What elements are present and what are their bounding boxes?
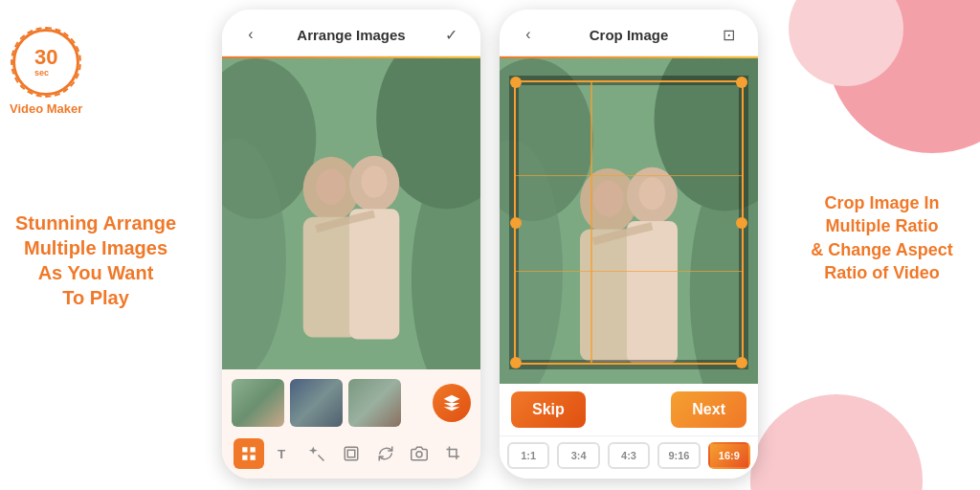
thumbnails-row bbox=[232, 379, 471, 427]
phone-arrange: ‹ Arrange Images ✓ bbox=[222, 10, 480, 479]
ratio-16-9[interactable]: 16:9 bbox=[708, 442, 750, 469]
right-line3: & Change Aspect bbox=[811, 240, 952, 259]
ratio-9-16[interactable]: 9:16 bbox=[657, 442, 700, 469]
phone1-bottom-panel: T bbox=[222, 369, 480, 479]
right-line2: Multiple Ratio bbox=[826, 216, 939, 235]
svg-point-9 bbox=[316, 168, 345, 205]
ratio-3-4[interactable]: 3:4 bbox=[557, 442, 599, 469]
layers-button[interactable] bbox=[433, 384, 471, 422]
crop-handle-middle-right[interactable] bbox=[736, 217, 747, 229]
frame-tool[interactable] bbox=[336, 438, 367, 469]
svg-rect-14 bbox=[250, 456, 255, 460]
logo-circle: 30 sec bbox=[12, 29, 79, 96]
phone1-back-button[interactable]: ‹ bbox=[237, 21, 264, 48]
crop-handle-bottom-right[interactable] bbox=[736, 357, 747, 368]
thumbnail-2[interactable] bbox=[290, 379, 343, 427]
svg-point-19 bbox=[416, 452, 422, 457]
crop-photo bbox=[500, 58, 758, 384]
logo-unit: sec bbox=[34, 68, 57, 78]
phone2-actions: Skip Next bbox=[500, 384, 758, 435]
phone1-check-button[interactable]: ✓ bbox=[438, 21, 465, 48]
text-icon: T bbox=[275, 445, 292, 462]
thumbnail-3[interactable] bbox=[348, 379, 401, 427]
camera-icon bbox=[411, 445, 428, 462]
couple-svg bbox=[222, 58, 480, 369]
rotate-icon bbox=[377, 445, 394, 462]
magic-icon bbox=[308, 445, 325, 462]
svg-rect-12 bbox=[250, 447, 255, 452]
svg-text:T: T bbox=[278, 447, 286, 461]
crop-handle-bottom-left[interactable] bbox=[510, 357, 522, 368]
svg-rect-8 bbox=[349, 209, 399, 339]
left-tagline: Stunning Arrange Multiple Images As You … bbox=[10, 211, 182, 310]
phone1-main-image bbox=[222, 58, 480, 369]
right-tagline: Crop Image In Multiple Ratio & Change As… bbox=[793, 191, 970, 284]
crop-handle-top-right[interactable] bbox=[736, 77, 747, 88]
crop-handle-middle-left[interactable] bbox=[510, 217, 522, 229]
phone1-title: Arrange Images bbox=[297, 27, 405, 43]
svg-rect-17 bbox=[345, 447, 358, 460]
skip-button[interactable]: Skip bbox=[511, 391, 586, 428]
crop-icon bbox=[445, 445, 462, 462]
phone1-header: ‹ Arrange Images ✓ bbox=[222, 10, 480, 56]
crop-tool[interactable] bbox=[438, 438, 469, 469]
logo-number: 30 bbox=[34, 47, 57, 68]
couple-photo bbox=[222, 58, 480, 369]
phone2-title: Crop Image bbox=[590, 27, 669, 43]
phone2-back-button[interactable]: ‹ bbox=[515, 21, 542, 48]
right-line4: Ratio of Video bbox=[824, 263, 940, 282]
magic-tool[interactable] bbox=[301, 438, 332, 469]
crop-overlay bbox=[509, 76, 748, 369]
right-line1: Crop Image In bbox=[824, 193, 939, 212]
text-tool[interactable]: T bbox=[268, 438, 299, 469]
phones-container: ‹ Arrange Images ✓ bbox=[177, 10, 803, 479]
svg-point-10 bbox=[361, 166, 387, 198]
svg-rect-11 bbox=[242, 447, 247, 452]
svg-rect-13 bbox=[242, 456, 247, 460]
phone2-main-image bbox=[500, 58, 758, 384]
tool-row: T bbox=[232, 434, 471, 469]
thumbnail-1[interactable] bbox=[232, 379, 284, 427]
left-line1: Stunning Arrange bbox=[15, 212, 176, 234]
left-line4: To Play bbox=[62, 287, 129, 308]
camera-tool[interactable] bbox=[404, 438, 434, 469]
logo-section: 30 sec Video Maker bbox=[10, 29, 82, 116]
crop-box[interactable] bbox=[514, 80, 744, 365]
svg-line-16 bbox=[319, 456, 324, 461]
phone-crop: ‹ Crop Image ⊡ bbox=[500, 10, 758, 479]
ratio-1-1[interactable]: 1:1 bbox=[507, 442, 549, 469]
crop-handle-top-left[interactable] bbox=[510, 77, 522, 88]
grid-icon bbox=[240, 445, 257, 462]
phone2-header: ‹ Crop Image ⊡ bbox=[500, 10, 758, 56]
next-button[interactable]: Next bbox=[671, 391, 746, 428]
grid-tool[interactable] bbox=[234, 438, 264, 469]
svg-rect-18 bbox=[347, 450, 355, 457]
layers-icon bbox=[442, 393, 461, 412]
ratio-4-3[interactable]: 4:3 bbox=[608, 442, 650, 469]
rotate-tool[interactable] bbox=[370, 438, 401, 469]
logo-label: Video Maker bbox=[10, 101, 82, 116]
left-line2: Multiple Images bbox=[24, 237, 167, 258]
phone2-expand-button[interactable]: ⊡ bbox=[716, 21, 743, 48]
left-line3: As You Want bbox=[38, 262, 154, 283]
ratio-selector: 1:1 3:4 4:3 9:16 16:9 bbox=[500, 435, 758, 479]
frame-icon bbox=[343, 445, 360, 462]
